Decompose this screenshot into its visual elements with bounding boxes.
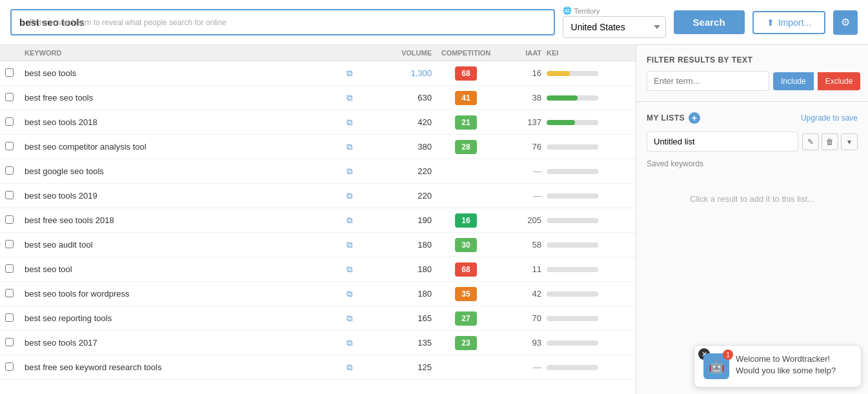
filter-text-input[interactable]: [647, 71, 769, 91]
kei-bar-cell: [547, 316, 631, 321]
row-checkbox[interactable]: [5, 240, 14, 248]
chat-widget: ✕ 🤖 1 Welcome to Wordtracker! Would you …: [694, 345, 862, 388]
volume-cell: 135: [372, 338, 437, 348]
score-badge: 35: [455, 287, 477, 301]
score-badge: 41: [455, 91, 477, 105]
kei-bar-cell: [547, 218, 631, 223]
score-cell: 23: [437, 336, 495, 350]
score-cell: 27: [437, 311, 495, 326]
kei-bar-cell: [547, 71, 631, 76]
external-link-cell[interactable]: ⧉: [347, 240, 372, 250]
row-checkbox[interactable]: [5, 215, 14, 224]
row-checkbox[interactable]: [5, 289, 14, 297]
chat-message: Welcome to Wordtracker! Would you like s…: [736, 353, 852, 377]
row-checkbox[interactable]: [5, 117, 14, 126]
list-name-select[interactable]: Untitled list: [647, 132, 798, 152]
row-checkbox[interactable]: [5, 93, 14, 101]
bar-fill: [547, 95, 578, 101]
external-link-cell[interactable]: ⧉: [347, 166, 372, 177]
external-link-cell[interactable]: ⧉: [347, 215, 372, 226]
score-badge: 23: [455, 336, 477, 350]
volume-cell: 380: [372, 142, 437, 152]
external-link-cell[interactable]: ⧉: [347, 313, 372, 324]
col-kei: KEI: [547, 49, 631, 57]
row-checkbox-cell: [5, 362, 25, 373]
row-checkbox[interactable]: [5, 142, 14, 150]
results-table-header: Keyword Volume Competition IAAT KEI: [0, 45, 636, 61]
col-competition: Competition: [437, 49, 495, 57]
keyword-cell: best free seo tools 2018: [25, 215, 347, 225]
competition-cell: 58: [495, 240, 547, 250]
exclude-button[interactable]: Exclude: [818, 72, 861, 90]
volume-cell: 220: [372, 191, 437, 201]
kei-bar-cell: [547, 95, 631, 101]
col-checkbox: [5, 49, 25, 57]
kei-bar-cell: [547, 169, 631, 174]
volume-cell: 165: [372, 313, 437, 323]
row-checkbox[interactable]: [5, 264, 14, 273]
score-badge: 68: [455, 262, 477, 277]
keyword-cell: best seo reporting tools: [25, 313, 347, 323]
row-checkbox-cell: [5, 142, 25, 152]
territory-select[interactable]: United States United Kingdom Canada Aust…: [563, 16, 666, 38]
table-row: best seo tools⧉1,3006816: [0, 61, 636, 86]
include-button[interactable]: Include: [773, 72, 814, 90]
territory-container: 🌐 Territory United States United Kingdom…: [563, 6, 666, 38]
bar-track: [547, 291, 598, 297]
row-checkbox-cell: [5, 338, 25, 348]
row-checkbox[interactable]: [5, 362, 14, 371]
bar-track: [547, 120, 598, 125]
row-checkbox[interactable]: [5, 191, 14, 199]
row-checkbox-cell: [5, 93, 25, 103]
row-checkbox-cell: [5, 191, 25, 201]
search-button[interactable]: Search: [674, 10, 745, 34]
row-checkbox-cell: [5, 240, 25, 250]
competition-cell: 42: [495, 289, 547, 299]
external-link-cell[interactable]: ⧉: [347, 93, 372, 103]
row-checkbox-cell: [5, 117, 25, 128]
external-link-cell[interactable]: ⧉: [347, 117, 372, 128]
competition-cell: —: [495, 362, 547, 372]
bar-track: [547, 169, 598, 174]
external-link-cell[interactable]: ⧉: [347, 142, 372, 152]
score-cell: 68: [437, 262, 495, 277]
row-checkbox[interactable]: [5, 313, 14, 322]
click-to-add-hint: Click a result to add it to this list...: [647, 194, 858, 204]
upgrade-link[interactable]: Upgrade to save: [801, 113, 858, 123]
external-link-cell[interactable]: ⧉: [347, 362, 372, 373]
filter-input-row: Include Exclude: [647, 71, 858, 91]
competition-cell: 38: [495, 93, 547, 103]
kei-bar-cell: [547, 267, 631, 272]
external-link-cell[interactable]: ⧉: [347, 264, 372, 275]
score-cell: 16: [437, 213, 495, 228]
table-row: best free seo tools⧉6304138: [0, 86, 636, 110]
score-cell: 35: [437, 287, 495, 301]
row-checkbox-cell: [5, 264, 25, 275]
table-row: best seo tools for wordpress⧉1803542: [0, 282, 636, 306]
competition-cell: 16: [495, 68, 547, 78]
row-checkbox[interactable]: [5, 338, 14, 346]
row-checkbox[interactable]: [5, 166, 14, 175]
expand-list-button[interactable]: ▾: [841, 133, 858, 150]
kei-bar-cell: [547, 193, 631, 199]
table-row: best seo competitor analysis tool⧉380287…: [0, 135, 636, 159]
add-list-button[interactable]: +: [689, 112, 700, 124]
row-checkbox-cell: [5, 289, 25, 299]
bar-track: [547, 267, 598, 272]
delete-list-button[interactable]: 🗑: [822, 133, 838, 150]
score-cell: 30: [437, 238, 495, 252]
external-link-cell[interactable]: ⧉: [347, 68, 372, 79]
score-badge: 27: [455, 311, 477, 326]
external-link-cell[interactable]: ⧉: [347, 191, 372, 201]
external-link-cell[interactable]: ⧉: [347, 289, 372, 299]
chat-robot-icon[interactable]: 🤖 1: [703, 353, 729, 379]
external-link-cell[interactable]: ⧉: [347, 338, 372, 348]
score-cell: 21: [437, 115, 495, 130]
kei-bar-cell: [547, 291, 631, 297]
saved-keywords-label: Saved keywords: [647, 159, 858, 168]
edit-list-button[interactable]: ✎: [802, 133, 819, 150]
import-button[interactable]: ⬆ Import...: [752, 11, 825, 34]
row-checkbox[interactable]: [5, 68, 14, 77]
score-badge: 16: [455, 213, 477, 228]
settings-button[interactable]: ⚙: [833, 10, 858, 35]
